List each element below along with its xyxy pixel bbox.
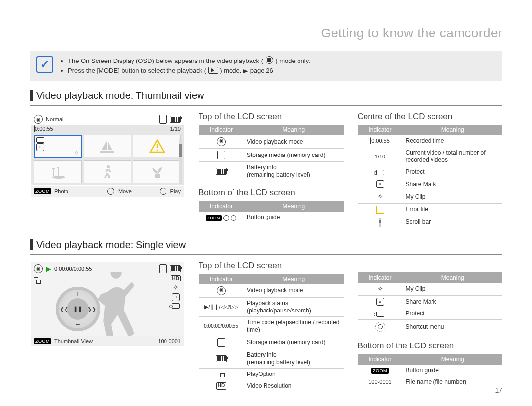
zoom-badge: ZOOM xyxy=(34,338,51,344)
play-box-icon xyxy=(208,67,218,74)
shortcut-dial-icon xyxy=(375,322,385,332)
manual-page: Getting to know the camcorder ✓ The On S… xyxy=(0,0,532,406)
meaning-cell: Video playback mode xyxy=(244,284,344,298)
meaning-cell: Battery info (remaining battery level) xyxy=(244,162,344,181)
pause-icon: ❚❚ xyxy=(67,298,89,320)
note-list: The On Screen Display (OSD) below appear… xyxy=(60,56,310,76)
meaning-cell: Video playback mode xyxy=(244,135,344,149)
thumbnail-item[interactable]: u ✧ xyxy=(34,135,82,158)
meaning-cell: Protect xyxy=(403,308,503,320)
th-indicator: Indicator xyxy=(358,272,403,283)
svg-point-1 xyxy=(156,150,158,151)
table-row: ◉Video playback mode xyxy=(199,135,344,149)
lcd-bottom-bar: ZOOM Photo Move Play xyxy=(31,186,184,197)
single-bottom-table: IndicatorMeaning ZOOMButton guide 100-00… xyxy=(358,354,503,388)
table-row: Storage media (memory card) xyxy=(199,336,344,349)
note-text: Press the [MODE] button to select the pl… xyxy=(68,67,206,74)
thumbnail-item[interactable] xyxy=(84,160,132,183)
thumbnail-item[interactable] xyxy=(34,160,82,183)
scrollbar[interactable] xyxy=(179,139,182,184)
thumbnail-columns: ◉ Normal 0:00:55 1/10 xyxy=(30,112,502,236)
meaning-cell: PlayOption xyxy=(244,368,344,380)
thumb-right-column: Centre of the LCD screen IndicatorMeanin… xyxy=(358,112,503,236)
key-icon xyxy=(36,137,44,143)
thumb-centre-table: IndicatorMeaning 0:00:55Recorded time 1/… xyxy=(358,125,503,229)
lcd-single-column: ◉ ▶ 0:00:00/0:00:55 HD ✧ u xyxy=(30,261,185,399)
thumbnail-grid: u ✧ xyxy=(31,133,184,185)
lamp-icon xyxy=(50,164,66,180)
meaning-cell: My Clip xyxy=(403,190,503,204)
key-icon xyxy=(376,312,384,317)
play-icon: ▶ xyxy=(46,265,51,273)
svg-rect-8 xyxy=(155,174,160,178)
arrow-right-icon xyxy=(243,69,248,73)
meaning-cell: Time code (elapsed time / recorded time) xyxy=(244,316,344,336)
playback-mode-icon xyxy=(266,56,273,64)
battery-icon xyxy=(216,168,227,175)
th-indicator: Indicator xyxy=(358,354,403,365)
sub-heading: Bottom of the LCD screen xyxy=(199,188,344,198)
meaning-cell: Button guide xyxy=(403,365,503,376)
rec-time-value: 0:00:55 xyxy=(35,126,53,132)
battery-icon xyxy=(170,116,181,123)
table-row: uShare Mark xyxy=(358,296,503,308)
table-row: PlayOption xyxy=(199,368,344,380)
dancer-silhouette-icon xyxy=(93,272,139,333)
single-top-right-table: IndicatorMeaning ✧My Clip uShare Mark Pr… xyxy=(358,272,503,335)
minus-icon: − xyxy=(76,320,80,328)
lcd-top-bar: ◉ Normal xyxy=(31,113,184,125)
table-row: HDVideo Resolution xyxy=(199,380,344,392)
shortcut-dial[interactable]: + − ❮❮ ❯❯ ❚❚ xyxy=(56,287,100,331)
th-indicator: Indicator xyxy=(358,125,403,135)
zoom-dots-icon: ZOOM xyxy=(206,215,236,221)
card-icon xyxy=(159,264,167,273)
th-meaning: Meaning xyxy=(244,125,344,135)
playopt-icon xyxy=(218,371,225,377)
meaning-cell: File name (file number) xyxy=(403,376,503,388)
thumbnail-item[interactable] xyxy=(133,160,181,183)
mode-label: Normal xyxy=(46,116,63,122)
svg-rect-2 xyxy=(52,168,55,169)
share-icon: u xyxy=(172,293,180,301)
table-row: ◉Video playback mode xyxy=(199,284,344,298)
meaning-cell: Shortcut menu xyxy=(403,320,503,334)
playback-status-icon: ▶/❙❙/◁◁/▷▷ xyxy=(199,297,244,316)
section-heading-single: Video playback mode: Single view xyxy=(30,239,502,250)
th-indicator: Indicator xyxy=(199,125,244,135)
table-row: 1/10Current video / total number of reco… xyxy=(358,147,503,166)
table-row: !Error file xyxy=(358,203,503,216)
meaning-cell: Storage media (memory card) xyxy=(244,336,344,349)
section-heading-thumbnail: Video playback mode: Thumbnail view xyxy=(30,90,502,101)
warning-icon xyxy=(149,138,165,154)
single-top-left-table: IndicatorMeaning ◉Video playback mode ▶/… xyxy=(199,274,344,392)
th-indicator: Indicator xyxy=(199,201,244,212)
table-row: Storage media (memory card) xyxy=(199,149,344,162)
checkmark-icon: ✓ xyxy=(36,56,53,73)
thumbnail-item[interactable] xyxy=(133,135,181,157)
note-box: ✓ The On Screen Display (OSD) below appe… xyxy=(30,51,502,81)
playback-mode-icon: ◉ xyxy=(34,115,43,124)
myclip-icon: ✧ xyxy=(377,192,383,201)
section-rule xyxy=(30,254,502,255)
myclip-icon: ✧ xyxy=(173,283,179,291)
thumbnail-item[interactable] xyxy=(84,135,132,157)
th-meaning: Meaning xyxy=(244,201,344,212)
plus-icon: + xyxy=(76,290,80,298)
meaning-cell: Storage media (memory card) xyxy=(244,149,344,162)
move-icon xyxy=(107,188,114,195)
meaning-cell: My Clip xyxy=(403,283,503,296)
playback-mode-icon: ◉ xyxy=(217,286,226,295)
recorded-time: 0:00:55 xyxy=(34,126,53,132)
single-mid-column: Top of the LCD screen IndicatorMeaning ◉… xyxy=(199,261,344,399)
playback-mode-icon: ◉ xyxy=(34,264,43,273)
svg-point-6 xyxy=(52,176,65,179)
table-row: 100-0001File name (file number) xyxy=(358,376,503,388)
forward-icon: ❯❯ xyxy=(87,306,96,312)
sailboat-icon xyxy=(100,138,115,154)
table-row: Battery info (remaining battery level) xyxy=(199,349,344,368)
lcd-thumbnail-mockup: ◉ Normal 0:00:55 1/10 xyxy=(30,112,185,198)
note-text: The On Screen Display (OSD) below appear… xyxy=(68,57,263,64)
page-number: 17 xyxy=(495,386,502,394)
card-small-icon xyxy=(34,125,35,132)
right-icon-stack: HD ✧ u xyxy=(171,275,181,309)
